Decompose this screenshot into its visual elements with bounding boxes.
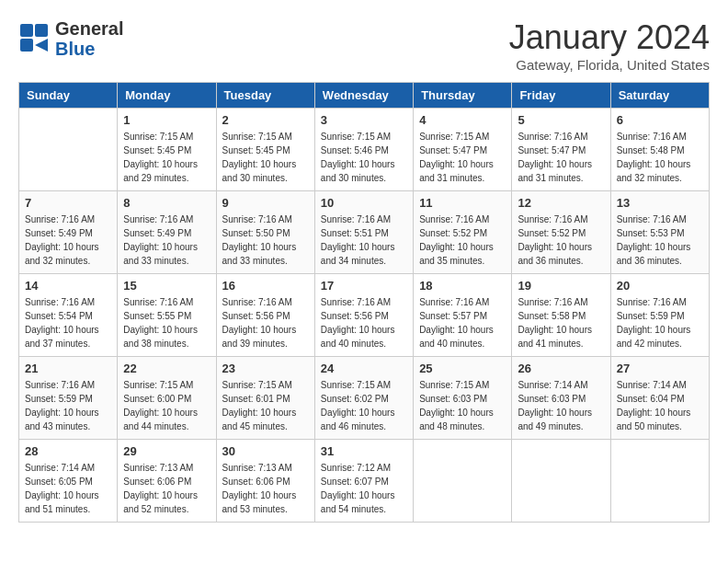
calendar-cell: 10Sunrise: 7:16 AM Sunset: 5:51 PM Dayli… <box>314 191 413 274</box>
calendar-week-row: 1Sunrise: 7:15 AM Sunset: 5:45 PM Daylig… <box>19 109 710 191</box>
logo: General Blue <box>18 18 123 59</box>
day-info: Sunrise: 7:16 AM Sunset: 5:52 PM Dayligh… <box>419 213 506 268</box>
svg-marker-3 <box>35 39 48 52</box>
calendar-cell: 25Sunrise: 7:15 AM Sunset: 6:03 PM Dayli… <box>414 357 512 440</box>
calendar-cell: 30Sunrise: 7:13 AM Sunset: 6:06 PM Dayli… <box>216 440 314 523</box>
day-number: 4 <box>419 113 506 127</box>
day-info: Sunrise: 7:15 AM Sunset: 6:02 PM Dayligh… <box>321 378 407 433</box>
weekday-header-sunday: Sunday <box>19 83 118 109</box>
day-info: Sunrise: 7:16 AM Sunset: 5:56 PM Dayligh… <box>222 295 309 350</box>
calendar-subtitle: Gateway, Florida, United States <box>509 57 710 73</box>
calendar-cell: 3Sunrise: 7:15 AM Sunset: 5:46 PM Daylig… <box>314 109 413 191</box>
day-number: 1 <box>123 113 210 127</box>
page-header: General Blue January 2024 Gateway, Flori… <box>18 18 710 73</box>
calendar-cell: 16Sunrise: 7:16 AM Sunset: 5:56 PM Dayli… <box>216 274 314 357</box>
logo-general: General <box>55 18 123 39</box>
day-info: Sunrise: 7:12 AM Sunset: 6:07 PM Dayligh… <box>321 461 407 516</box>
calendar-cell: 23Sunrise: 7:15 AM Sunset: 6:01 PM Dayli… <box>216 357 314 440</box>
day-info: Sunrise: 7:14 AM Sunset: 6:04 PM Dayligh… <box>617 378 703 433</box>
calendar-body: 1Sunrise: 7:15 AM Sunset: 5:45 PM Daylig… <box>19 109 710 523</box>
day-info: Sunrise: 7:16 AM Sunset: 5:53 PM Dayligh… <box>617 213 703 268</box>
day-number: 5 <box>518 113 604 127</box>
calendar-cell: 15Sunrise: 7:16 AM Sunset: 5:55 PM Dayli… <box>118 274 216 357</box>
day-number: 16 <box>222 279 309 293</box>
calendar-title: January 2024 <box>509 18 710 57</box>
day-info: Sunrise: 7:16 AM Sunset: 5:55 PM Dayligh… <box>123 295 210 350</box>
day-info: Sunrise: 7:16 AM Sunset: 5:49 PM Dayligh… <box>123 213 210 268</box>
calendar-cell: 28Sunrise: 7:14 AM Sunset: 6:05 PM Dayli… <box>19 440 118 523</box>
day-number: 27 <box>617 362 703 375</box>
calendar-cell <box>414 440 512 523</box>
day-info: Sunrise: 7:16 AM Sunset: 5:59 PM Dayligh… <box>25 378 111 433</box>
logo-blue: Blue <box>55 39 95 59</box>
day-info: Sunrise: 7:16 AM Sunset: 5:59 PM Dayligh… <box>617 295 703 350</box>
calendar-table: SundayMondayTuesdayWednesdayThursdayFrid… <box>18 82 710 523</box>
day-number: 21 <box>25 362 111 375</box>
calendar-week-row: 7Sunrise: 7:16 AM Sunset: 5:49 PM Daylig… <box>19 191 710 274</box>
day-number: 18 <box>419 279 506 293</box>
day-info: Sunrise: 7:14 AM Sunset: 6:05 PM Dayligh… <box>25 461 111 516</box>
day-number: 20 <box>617 279 703 293</box>
day-info: Sunrise: 7:16 AM Sunset: 5:51 PM Dayligh… <box>321 213 407 268</box>
weekday-header-tuesday: Tuesday <box>216 83 314 109</box>
day-number: 8 <box>123 196 210 210</box>
calendar-cell: 29Sunrise: 7:13 AM Sunset: 6:06 PM Dayli… <box>118 440 216 523</box>
day-number: 19 <box>518 279 604 293</box>
day-info: Sunrise: 7:15 AM Sunset: 5:45 PM Dayligh… <box>123 130 210 185</box>
calendar-week-row: 21Sunrise: 7:16 AM Sunset: 5:59 PM Dayli… <box>19 357 710 440</box>
day-number: 29 <box>123 444 210 458</box>
weekday-header-saturday: Saturday <box>610 83 709 109</box>
calendar-cell: 5Sunrise: 7:16 AM Sunset: 5:47 PM Daylig… <box>512 109 610 191</box>
calendar-cell: 8Sunrise: 7:16 AM Sunset: 5:49 PM Daylig… <box>118 191 216 274</box>
calendar-cell: 24Sunrise: 7:15 AM Sunset: 6:02 PM Dayli… <box>314 357 413 440</box>
day-number: 12 <box>518 196 604 210</box>
calendar-cell: 4Sunrise: 7:15 AM Sunset: 5:47 PM Daylig… <box>414 109 512 191</box>
day-info: Sunrise: 7:16 AM Sunset: 5:57 PM Dayligh… <box>419 295 506 350</box>
calendar-cell: 20Sunrise: 7:16 AM Sunset: 5:59 PM Dayli… <box>610 274 709 357</box>
day-number: 6 <box>617 113 703 127</box>
calendar-cell: 2Sunrise: 7:15 AM Sunset: 5:45 PM Daylig… <box>216 109 314 191</box>
svg-rect-1 <box>35 24 48 37</box>
day-number: 13 <box>617 196 703 210</box>
day-info: Sunrise: 7:16 AM Sunset: 5:47 PM Dayligh… <box>518 130 604 185</box>
weekday-header-thursday: Thursday <box>414 83 512 109</box>
day-number: 10 <box>321 196 407 210</box>
day-info: Sunrise: 7:13 AM Sunset: 6:06 PM Dayligh… <box>123 461 210 516</box>
calendar-week-row: 14Sunrise: 7:16 AM Sunset: 5:54 PM Dayli… <box>19 274 710 357</box>
weekday-header-monday: Monday <box>118 83 216 109</box>
weekday-header-friday: Friday <box>512 83 610 109</box>
calendar-cell: 31Sunrise: 7:12 AM Sunset: 6:07 PM Dayli… <box>314 440 413 523</box>
day-number: 17 <box>321 279 407 293</box>
day-info: Sunrise: 7:15 AM Sunset: 5:46 PM Dayligh… <box>321 130 407 185</box>
day-number: 7 <box>25 196 111 210</box>
day-number: 9 <box>222 196 309 210</box>
day-number: 14 <box>25 279 111 293</box>
day-number: 24 <box>321 362 407 375</box>
calendar-cell <box>19 109 118 191</box>
day-info: Sunrise: 7:15 AM Sunset: 5:45 PM Dayligh… <box>222 130 309 185</box>
title-section: January 2024 Gateway, Florida, United St… <box>509 18 710 73</box>
day-number: 31 <box>321 444 407 458</box>
day-info: Sunrise: 7:16 AM Sunset: 5:58 PM Dayligh… <box>518 295 604 350</box>
day-number: 26 <box>518 362 604 375</box>
day-info: Sunrise: 7:16 AM Sunset: 5:48 PM Dayligh… <box>617 130 703 185</box>
calendar-cell: 11Sunrise: 7:16 AM Sunset: 5:52 PM Dayli… <box>414 191 512 274</box>
day-number: 2 <box>222 113 309 127</box>
calendar-cell: 7Sunrise: 7:16 AM Sunset: 5:49 PM Daylig… <box>19 191 118 274</box>
calendar-cell <box>610 440 709 523</box>
day-number: 23 <box>222 362 309 375</box>
day-info: Sunrise: 7:15 AM Sunset: 6:03 PM Dayligh… <box>419 378 506 433</box>
day-info: Sunrise: 7:15 AM Sunset: 6:00 PM Dayligh… <box>123 378 210 433</box>
calendar-cell: 18Sunrise: 7:16 AM Sunset: 5:57 PM Dayli… <box>414 274 512 357</box>
day-number: 3 <box>321 113 407 127</box>
day-info: Sunrise: 7:16 AM Sunset: 5:52 PM Dayligh… <box>518 213 604 268</box>
day-info: Sunrise: 7:15 AM Sunset: 6:01 PM Dayligh… <box>222 378 309 433</box>
calendar-cell: 13Sunrise: 7:16 AM Sunset: 5:53 PM Dayli… <box>610 191 709 274</box>
calendar-cell: 26Sunrise: 7:14 AM Sunset: 6:03 PM Dayli… <box>512 357 610 440</box>
day-number: 11 <box>419 196 506 210</box>
day-info: Sunrise: 7:15 AM Sunset: 5:47 PM Dayligh… <box>419 130 506 185</box>
day-number: 15 <box>123 279 210 293</box>
calendar-cell: 12Sunrise: 7:16 AM Sunset: 5:52 PM Dayli… <box>512 191 610 274</box>
day-info: Sunrise: 7:16 AM Sunset: 5:54 PM Dayligh… <box>25 295 111 350</box>
weekday-header-wednesday: Wednesday <box>314 83 413 109</box>
